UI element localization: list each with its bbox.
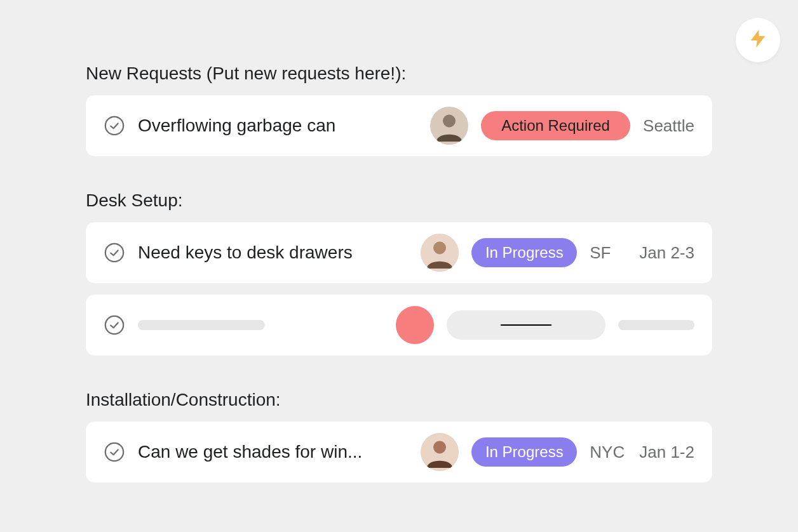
svg-point-5 xyxy=(433,242,446,255)
placeholder-meta xyxy=(618,320,694,330)
task-row[interactable]: Need keys to desk drawers In Progress SF… xyxy=(86,222,712,283)
placeholder-line xyxy=(501,324,551,326)
section-desk-setup: Desk Setup: Need keys to desk drawers In… xyxy=(86,190,712,356)
avatar[interactable] xyxy=(421,234,459,272)
task-title: Overflowing garbage can xyxy=(138,116,417,136)
task-title: Can we get shades for win... xyxy=(138,442,408,462)
task-location: SF xyxy=(590,243,626,263)
check-icon[interactable] xyxy=(104,314,125,336)
svg-point-6 xyxy=(105,316,123,334)
task-row[interactable]: Can we get shades for win... In Progress… xyxy=(86,422,712,482)
task-location: NYC xyxy=(590,442,626,462)
check-icon[interactable] xyxy=(104,115,125,136)
avatar[interactable] xyxy=(430,107,468,145)
section-title: Desk Setup: xyxy=(86,190,712,211)
section-installation: Installation/Construction: Can we get sh… xyxy=(86,390,712,482)
task-row[interactable]: Overflowing garbage can Action Required … xyxy=(86,95,712,156)
svg-point-3 xyxy=(105,244,123,262)
check-icon[interactable] xyxy=(104,441,125,463)
task-title: Need keys to desk drawers xyxy=(138,243,408,263)
status-badge[interactable]: In Progress xyxy=(471,437,577,467)
avatar[interactable] xyxy=(421,433,459,471)
status-badge[interactable]: Action Required xyxy=(481,111,630,140)
svg-point-9 xyxy=(433,441,446,454)
bolt-icon xyxy=(747,28,769,52)
svg-point-2 xyxy=(443,115,456,128)
status-placeholder xyxy=(447,310,605,340)
check-icon[interactable] xyxy=(104,242,125,263)
status-badge[interactable]: In Progress xyxy=(471,238,577,267)
task-location: Seattle xyxy=(643,116,694,136)
svg-point-7 xyxy=(105,443,123,461)
avatar-placeholder[interactable] xyxy=(396,306,434,344)
svg-point-0 xyxy=(105,117,123,135)
placeholder-title xyxy=(138,320,265,330)
task-date: Jan 2-3 xyxy=(639,243,694,263)
lightning-fab[interactable] xyxy=(736,18,780,62)
section-new-requests: New Requests (Put new requests here!): O… xyxy=(86,63,712,156)
task-row-placeholder[interactable] xyxy=(86,295,712,356)
section-title: New Requests (Put new requests here!): xyxy=(86,63,712,84)
task-date: Jan 1-2 xyxy=(639,442,694,462)
section-title: Installation/Construction: xyxy=(86,390,712,410)
